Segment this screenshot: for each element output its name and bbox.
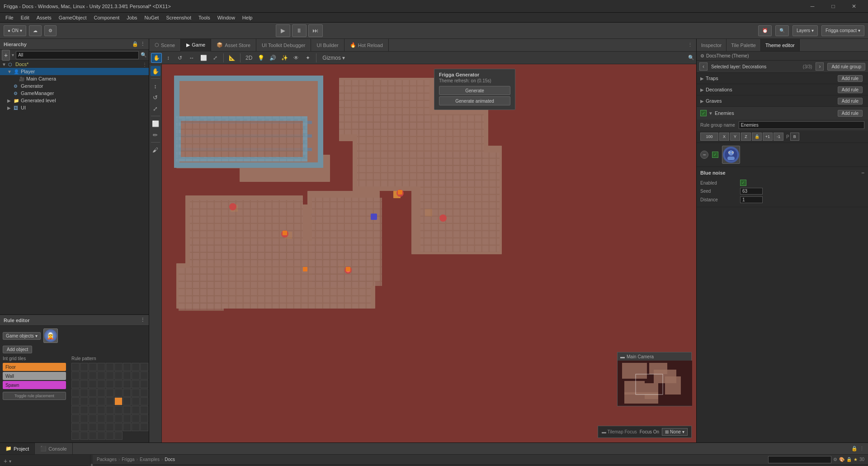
close-button[interactable]: ✕ (844, 0, 864, 13)
pattern-cell[interactable] (71, 414, 80, 423)
pattern-cell[interactable] (123, 389, 131, 397)
tool-rect[interactable]: ⬜ (151, 119, 160, 128)
add-object-button[interactable]: Add object (3, 346, 32, 353)
pattern-cell[interactable] (123, 380, 131, 388)
tool-paint[interactable]: 🖌 (151, 145, 160, 155)
pattern-cell[interactable] (97, 432, 105, 440)
scene-tool-rotate[interactable]: ↺ (175, 53, 185, 63)
hierarchy-more-icon[interactable]: ⋮ (140, 41, 145, 47)
scene-tool-hand[interactable]: ✋ (151, 53, 162, 63)
menu-assets[interactable]: Assets (33, 14, 55, 21)
cloud-button[interactable]: ☁ (29, 25, 42, 36)
toggle-rule-placement-button[interactable]: Toggle rule placement (3, 392, 66, 400)
tab-tile-palette[interactable]: Tile Palette (726, 39, 761, 51)
traps-section-header[interactable]: ▶ Traps Add rule (697, 73, 868, 84)
pattern-cell[interactable] (106, 432, 114, 440)
pattern-cell[interactable] (71, 363, 80, 371)
pattern-cell[interactable] (106, 371, 114, 380)
pattern-cell[interactable] (97, 363, 105, 371)
tab-scene[interactable]: ⬡ Scene (149, 39, 181, 51)
pattern-cell[interactable] (114, 371, 123, 380)
pattern-cell[interactable] (89, 406, 97, 414)
pattern-cell[interactable] (106, 423, 114, 431)
tab-project[interactable]: 📁 Project (0, 443, 35, 454)
pattern-cell[interactable] (132, 406, 140, 414)
pattern-cell[interactable] (80, 432, 88, 440)
pattern-cell[interactable] (71, 380, 80, 388)
pattern-cell[interactable] (106, 389, 114, 397)
traps-add-rule-button[interactable]: Add rule (838, 75, 863, 82)
project-add-icon[interactable]: + (4, 457, 7, 465)
pattern-cell[interactable] (132, 371, 140, 380)
pattern-cell[interactable] (89, 380, 97, 388)
tab-more-button[interactable]: ⋮ (684, 39, 696, 51)
pattern-cell[interactable] (114, 432, 123, 440)
pattern-cell[interactable] (132, 423, 140, 431)
collab-button[interactable]: ⏰ (758, 25, 772, 36)
hierarchy-search-input[interactable] (16, 51, 139, 59)
transform-x-button[interactable]: X (719, 133, 729, 141)
transform-z-button[interactable]: Z (741, 133, 751, 141)
pattern-cell[interactable] (114, 389, 123, 397)
pattern-cell[interactable] (89, 432, 97, 440)
pattern-cell[interactable] (123, 363, 131, 371)
transform-y-button[interactable]: Y (730, 133, 740, 141)
breadcrumb-frigga[interactable]: Frigga (122, 457, 134, 462)
bottom-more-icon[interactable]: ⋮ (859, 446, 864, 452)
pattern-cell[interactable] (80, 423, 88, 431)
add-rule-group-button[interactable]: Add rule group (827, 63, 865, 71)
scene-tool-custom[interactable]: 📐 (226, 53, 237, 63)
pattern-cell[interactable] (89, 414, 97, 423)
generate-button[interactable]: Generate (439, 86, 510, 95)
menu-edit[interactable]: Edit (17, 14, 33, 21)
scene-tool-move[interactable]: ↕ (163, 53, 174, 63)
layer-nav-right[interactable]: › (816, 62, 824, 71)
rule-editor-more-icon[interactable]: ⋮ (140, 317, 145, 323)
pattern-cell[interactable] (106, 406, 114, 414)
pattern-cell[interactable] (114, 363, 123, 371)
blue-noise-enabled-checkbox[interactable]: ✓ (740, 180, 746, 186)
layers-dropdown[interactable]: Layers ▾ (793, 25, 818, 36)
pattern-cell[interactable] (140, 414, 148, 423)
bottom-lock-icon[interactable]: 🔒 (851, 446, 858, 452)
pattern-grid[interactable] (71, 363, 148, 440)
tree-item-ui[interactable]: ▶ 🖼 UI (0, 104, 149, 111)
pattern-cell[interactable] (140, 363, 148, 371)
pattern-cell[interactable] (80, 406, 88, 414)
tab-ui-toolkit[interactable]: UI Toolkit Debugger (256, 39, 311, 51)
menu-tools[interactable]: Tools (195, 14, 214, 21)
pattern-cell[interactable] (97, 414, 105, 423)
asset-search-input[interactable] (768, 456, 831, 463)
pattern-cell[interactable] (123, 406, 131, 414)
step-button[interactable]: ⏭ (308, 24, 323, 37)
tool-scale[interactable]: ⤢ (151, 104, 160, 114)
scene-hidden-toggle[interactable]: 👁 (291, 53, 302, 63)
graves-add-rule-button[interactable]: Add rule (838, 98, 863, 105)
tab-inspector[interactable]: Inspector (697, 39, 726, 51)
tree-item-generated-level[interactable]: ▶ 📁 Generated level (0, 97, 149, 104)
pattern-cell[interactable] (97, 397, 105, 405)
transform-lock-button[interactable]: 🔒 (752, 133, 762, 141)
asset-tools-4[interactable]: ★ (854, 457, 858, 462)
transform-plus1-button[interactable]: +1 (763, 133, 773, 141)
pattern-cell[interactable] (114, 380, 123, 388)
pattern-cell[interactable] (71, 389, 80, 397)
pattern-cell[interactable] (114, 423, 123, 431)
pattern-cell[interactable] (89, 389, 97, 397)
tool-custom[interactable]: ✏ (151, 130, 160, 140)
tab-theme-editor[interactable]: Theme editor (761, 39, 800, 51)
tree-item-player[interactable]: ▼ 👤 Player (0, 68, 149, 75)
pattern-cell[interactable] (80, 380, 88, 388)
pattern-cell[interactable] (89, 363, 97, 371)
pattern-cell[interactable] (132, 397, 140, 405)
pattern-cell[interactable] (71, 371, 80, 380)
transform-minus1-button[interactable]: -1 (774, 133, 783, 141)
pattern-cell[interactable] (80, 371, 88, 380)
generate-animated-button[interactable]: Generate animated (439, 96, 510, 105)
pattern-cell[interactable] (132, 380, 140, 388)
pattern-cell[interactable] (106, 414, 114, 423)
pattern-cell[interactable] (106, 397, 114, 405)
scrollbar-thumb[interactable] (91, 464, 93, 466)
scene-tool-rect[interactable]: ⬜ (198, 53, 209, 63)
blue-noise-collapse-button[interactable]: − (861, 170, 864, 176)
